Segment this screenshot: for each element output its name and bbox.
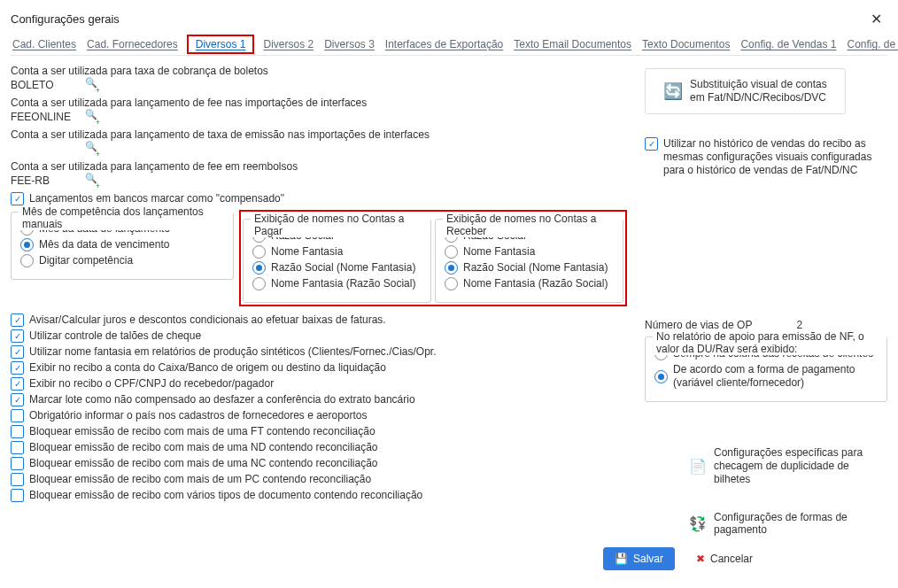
radio-receber-fantasia[interactable] (445, 245, 458, 259)
tab-interfaces-exportacao[interactable]: Interfaces de Exportação (383, 35, 505, 54)
cancel-button-label: Cancelar (710, 553, 753, 565)
checklist-label: Bloquear emissão de recibo com mais de u… (29, 441, 378, 454)
group-contas-receber: Exibição de nomes no Contas a Receber Ra… (435, 219, 623, 303)
checklist-label: Utilizar controle de talões de cheque (29, 329, 201, 343)
label-compensado: Lançamentos em bancos marcar como "compe… (29, 192, 284, 205)
close-icon[interactable]: ✕ (865, 9, 887, 29)
group-mes-competencia: Mês de competência dos lançamentos manua… (11, 212, 234, 280)
checklist-label: Avisar/Calcular juros e descontos condic… (29, 313, 386, 327)
checkbox-item[interactable] (11, 393, 24, 406)
label-opt: Razão Social (Nome Fantasia) (271, 261, 415, 275)
label-mes-vencimento: Mês da data de vencimento (39, 238, 169, 251)
label-conta-fee-import: Conta a ser utilizada para lançamento de… (11, 97, 627, 109)
radio-pagar-fantasia[interactable] (252, 245, 266, 259)
checkbox-historico-vendas[interactable] (645, 137, 658, 151)
checkbox-item[interactable] (11, 313, 24, 327)
subst-line2: em Fat/ND/NC/Recibos/DVC (690, 91, 827, 104)
label-conta-taxa-emissao: Conta a ser utilizada para lançamento de… (11, 128, 627, 141)
radio-digitar-competencia[interactable] (20, 254, 34, 267)
checklist: Avisar/Calcular juros e descontos condic… (11, 313, 627, 502)
radio-mes-vencimento[interactable] (20, 238, 34, 251)
label-conta-boleto: Conta a ser utilizada para taxa de cobra… (11, 65, 627, 77)
legend-relatorio-nf: No relatório de apoio para emissão de NF… (653, 330, 886, 355)
refresh-icon (663, 81, 683, 101)
checkbox-item[interactable] (11, 473, 24, 486)
lookup-icon[interactable] (85, 111, 97, 123)
label-digitar-competencia: Digitar competência (39, 254, 133, 267)
tab-texto-email-doc[interactable]: Texto Email Documentos (512, 35, 633, 54)
legend-contas-receber: Exibição de nomes no Contas a Receber (443, 213, 623, 237)
checkbox-item[interactable] (11, 441, 24, 454)
legend-mes-competencia: Mês de competência dos lançamentos manua… (19, 205, 233, 230)
checklist-label: Exibir no recibo o CPF/CNPJ do recebedor… (29, 377, 274, 391)
value-conta-fee-reembolso: FEE-RB (11, 174, 81, 187)
label-opt: Nome Fantasia (Razão Social) (463, 277, 608, 290)
value-conta-boleto: BOLETO (11, 79, 81, 91)
cancel-icon (696, 553, 705, 565)
save-icon (615, 553, 628, 565)
cancel-button[interactable]: Cancelar (685, 547, 763, 570)
config-formas-pagamento-link[interactable]: Configurações de formas de pagamento (689, 511, 887, 536)
config-duplicidade-link[interactable]: Configurações específicas para checagem … (689, 446, 887, 486)
label-num-vias: Número de vias de OP (645, 319, 752, 331)
save-button[interactable]: Salvar (603, 547, 675, 570)
checklist-label: Marcar lote como não compensado ao desfa… (29, 393, 415, 406)
checkbox-item[interactable] (11, 361, 24, 375)
checklist-label: Exibir no recibo a conta do Caixa/Banco … (29, 361, 386, 375)
label-opt: Nome Fantasia (463, 245, 535, 259)
tab-config-vendas-1[interactable]: Config. de Vendas 1 (739, 35, 838, 54)
checkbox-item[interactable] (11, 489, 24, 502)
tab-diversos-1[interactable]: Diversos 1 (187, 35, 255, 54)
radio-de-acordo-forma[interactable] (654, 370, 668, 383)
checklist-label: Obrigatório informar o país nos cadastro… (29, 409, 368, 422)
radio-pagar-fantasia-razao[interactable] (252, 277, 266, 290)
label-opt: Nome Fantasia (Razão Social) (271, 277, 415, 290)
checkbox-item[interactable] (11, 457, 24, 470)
config-dup-line1: Configurações específicas para (714, 446, 887, 460)
lookup-icon[interactable] (85, 174, 97, 187)
highlight-exibicao-nomes: Exibição de nomes no Contas a Pagar Razã… (239, 210, 627, 306)
checkbox-item[interactable] (11, 409, 24, 422)
tab-diversos-2[interactable]: Diversos 2 (261, 35, 315, 54)
tab-cad-clientes[interactable]: Cad. Clientes (11, 35, 78, 54)
radio-receber-fantasia-razao[interactable] (445, 277, 458, 290)
checklist-label: Bloquear emissão de recibo com vários ti… (29, 489, 422, 502)
group-contas-pagar: Exibição de nomes no Contas a Pagar Razã… (243, 219, 431, 303)
label-de-acordo-forma: De acordo com a forma de pagamento (vari… (673, 363, 878, 390)
legend-contas-pagar: Exibição de nomes no Contas a Pagar (251, 213, 430, 237)
lookup-icon[interactable] (85, 143, 97, 155)
tab-texto-doc[interactable]: Texto Documentos (640, 35, 732, 54)
substituicao-visual-button[interactable]: Substituição visual de contas em Fat/ND/… (645, 68, 846, 114)
lookup-icon[interactable] (85, 79, 97, 91)
checkbox-compensado[interactable] (11, 192, 24, 205)
tab-config-vendas-2[interactable]: Config. de Vendas 2 (845, 35, 898, 54)
checkbox-item[interactable] (11, 329, 24, 343)
label-historico-vendas: Utilizar no histórico de vendas do recib… (663, 137, 887, 177)
subst-line1: Substituição visual de contas (690, 78, 827, 91)
value-num-vias: 2 (796, 319, 802, 331)
checklist-label: Bloquear emissão de recibo com mais de u… (29, 473, 371, 486)
window-title: Configurações gerais (11, 12, 120, 26)
config-formas-label: Configurações de formas de pagamento (714, 511, 887, 536)
checklist-label: Bloquear emissão de recibo com mais de u… (29, 457, 378, 470)
save-button-label: Salvar (633, 553, 663, 565)
group-relatorio-nf: No relatório de apoio para emissão de NF… (645, 337, 887, 402)
checkbox-item[interactable] (11, 425, 24, 438)
checklist-label: Bloquear emissão de recibo com mais de u… (29, 425, 375, 438)
radio-receber-razao-fantasia[interactable] (445, 261, 458, 275)
tab-diversos-3[interactable]: Diversos 3 (322, 35, 376, 54)
payment-icon (689, 515, 707, 532)
label-opt: Nome Fantasia (271, 245, 343, 259)
radio-pagar-razao-fantasia[interactable] (252, 261, 266, 275)
config-dup-line2: checagem de duplicidade de bilhetes (714, 460, 887, 486)
document-icon (689, 458, 707, 475)
tabs-bar: Cad. Clientes Cad. Fornecedores Diversos… (11, 35, 887, 56)
tab-cad-fornecedores[interactable]: Cad. Fornecedores (85, 35, 180, 54)
value-conta-fee-import: FEEONLINE (11, 111, 81, 123)
checklist-label: Utilizar nome fantasia em relatórios de … (29, 345, 437, 359)
label-conta-fee-reembolso: Conta a ser utilizada para lançamento de… (11, 160, 627, 173)
label-opt: Razão Social (Nome Fantasia) (463, 261, 608, 275)
checkbox-item[interactable] (11, 377, 24, 391)
checkbox-item[interactable] (11, 345, 24, 359)
